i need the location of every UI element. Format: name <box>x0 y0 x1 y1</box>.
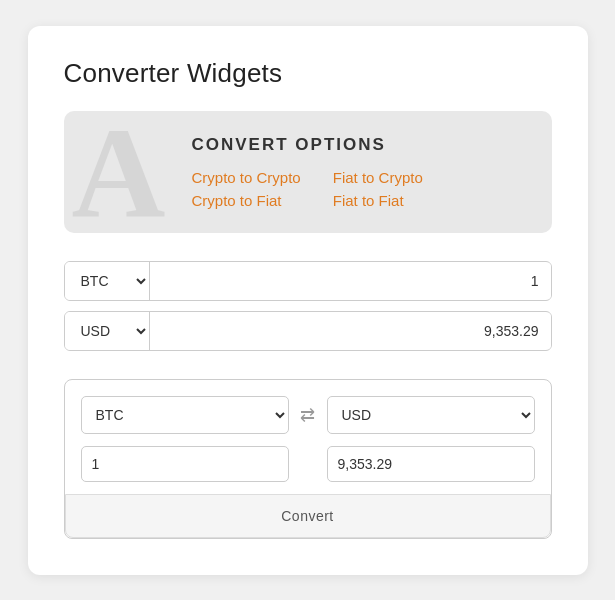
simple-to-amount-input[interactable] <box>150 313 551 349</box>
banner-bg-letter: A <box>72 111 166 233</box>
page-title: Converter Widgets <box>64 58 552 89</box>
advanced-converter: BTC ETH LTC USD EUR ⇄ USD EUR GBP BTC ET… <box>64 379 552 539</box>
option-fiat-to-crypto[interactable]: Fiat to Crypto <box>333 169 442 186</box>
simple-row-2: USD EUR GBP BTC ETH <box>64 311 552 351</box>
simple-from-amount-input[interactable] <box>150 263 551 299</box>
simple-to-currency-select[interactable]: USD EUR GBP BTC ETH <box>65 312 150 350</box>
option-crypto-to-crypto[interactable]: Crypto to Crypto <box>192 169 301 186</box>
adv-to-amount-input[interactable] <box>327 446 535 482</box>
advanced-selects-row: BTC ETH LTC USD EUR ⇄ USD EUR GBP BTC ET… <box>81 396 535 434</box>
banner-options-grid: Crypto to Crypto Fiat to Crypto Crypto t… <box>192 169 442 209</box>
adv-to-currency-select[interactable]: USD EUR GBP BTC ETH <box>327 396 535 434</box>
swap-icon: ⇄ <box>289 404 327 426</box>
simple-row-1: BTC ETH LTC USD EUR <box>64 261 552 301</box>
option-crypto-to-fiat[interactable]: Crypto to Fiat <box>192 192 301 209</box>
convert-button[interactable]: Convert <box>65 494 551 538</box>
simple-from-currency-select[interactable]: BTC ETH LTC USD EUR <box>65 262 150 300</box>
adv-from-amount-input[interactable] <box>81 446 289 482</box>
simple-converter: BTC ETH LTC USD EUR USD EUR GBP BTC ETH <box>64 261 552 351</box>
banner-heading: CONVERT OPTIONS <box>192 135 442 155</box>
banner-content: CONVERT OPTIONS Crypto to Crypto Fiat to… <box>192 135 442 209</box>
convert-options-banner: A CONVERT OPTIONS Crypto to Crypto Fiat … <box>64 111 552 233</box>
adv-from-currency-select[interactable]: BTC ETH LTC USD EUR <box>81 396 289 434</box>
main-card: Converter Widgets A CONVERT OPTIONS Cryp… <box>28 26 588 575</box>
advanced-inputs-row <box>81 446 535 482</box>
option-fiat-to-fiat[interactable]: Fiat to Fiat <box>333 192 442 209</box>
